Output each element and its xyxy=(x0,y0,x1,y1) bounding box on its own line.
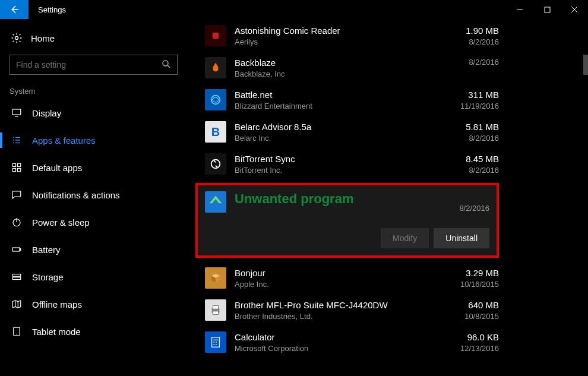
svg-rect-7 xyxy=(12,109,21,115)
sidebar-item-label: Power & sleep xyxy=(32,217,90,228)
app-row[interactable]: Battle.netBlizzard Entertainment311 MB11… xyxy=(205,84,499,116)
sidebar-item-default-apps[interactable]: Default apps xyxy=(0,154,187,181)
app-date: 12/13/2016 xyxy=(434,343,499,354)
app-date: 8/2/2016 xyxy=(434,37,499,48)
scrollbar-thumb[interactable] xyxy=(583,55,588,75)
app-icon: B xyxy=(205,121,226,143)
sidebar-item-label: Offline maps xyxy=(32,299,82,309)
tablet-icon xyxy=(11,326,23,337)
sidebar-item-battery[interactable]: Battery xyxy=(0,236,187,263)
app-name: Brother MFL-Pro Suite MFC-J4420DW xyxy=(235,299,434,311)
svg-rect-22 xyxy=(20,249,21,251)
search-icon xyxy=(161,59,172,72)
app-icon xyxy=(205,191,226,213)
app-publisher: Belarc Inc. xyxy=(235,133,434,144)
svg-rect-16 xyxy=(18,163,21,166)
app-publisher: Apple Inc. xyxy=(235,279,434,290)
sidebar-item-label: Notifications & actions xyxy=(32,190,120,200)
app-icon xyxy=(205,57,226,78)
sidebar: Home System Display Apps & features Defa… xyxy=(0,19,187,376)
app-icon xyxy=(205,299,226,321)
search-input[interactable] xyxy=(10,55,178,75)
arrow-left-icon xyxy=(9,4,20,15)
app-row[interactable]: BitTorrent SyncBitTorrent Inc.8.45 MB8/2… xyxy=(205,148,499,181)
app-row[interactable]: BonjourApple Inc.3.29 MB10/16/2015 xyxy=(205,263,499,295)
app-publisher: Microsoft Corporation xyxy=(235,343,434,354)
app-list: Astonishing Comic ReaderAerilys1.90 MB8/… xyxy=(187,19,582,359)
grid-icon xyxy=(11,162,23,173)
search-box[interactable] xyxy=(10,55,178,75)
app-name: Belarc Advisor 8.5a xyxy=(235,121,434,133)
back-button[interactable] xyxy=(0,0,29,19)
sidebar-item-storage[interactable]: Storage xyxy=(0,263,187,290)
svg-rect-29 xyxy=(213,33,219,39)
svg-rect-1 xyxy=(545,7,550,12)
sidebar-item-power-sleep[interactable]: Power & sleep xyxy=(0,208,187,236)
app-publisher: BitTorrent Inc. xyxy=(235,165,434,176)
uninstall-button[interactable]: Uninstall xyxy=(434,228,489,248)
app-row[interactable]: BackblazeBackblaze, Inc8/2/2016 xyxy=(205,52,499,84)
home-label: Home xyxy=(31,33,55,43)
storage-icon xyxy=(11,271,23,282)
sidebar-item-notifications[interactable]: Notifications & actions xyxy=(0,181,187,208)
app-publisher: Blizzard Entertainment xyxy=(235,101,434,112)
app-size: 96.0 KB xyxy=(434,331,499,343)
sidebar-item-tablet-mode[interactable]: Tablet mode xyxy=(0,318,187,345)
app-size: 8.45 MB xyxy=(434,153,499,165)
app-size: 5.81 MB xyxy=(434,121,499,133)
scrollbar-track[interactable] xyxy=(582,19,588,376)
selected-app-card[interactable]: Unwanted program 8/2/2016 Modify Uninsta… xyxy=(195,183,499,258)
titlebar: Settings xyxy=(0,0,588,19)
gear-icon xyxy=(11,32,23,44)
app-row[interactable]: Brother MFL-Pro Suite MFC-J4420DWBrother… xyxy=(205,295,499,327)
svg-point-31 xyxy=(211,160,220,169)
list-icon xyxy=(11,135,23,146)
sidebar-item-label: Battery xyxy=(32,245,61,255)
maximize-icon xyxy=(544,7,551,13)
selected-app-name: Unwanted program xyxy=(235,191,424,207)
app-date: 11/19/2016 xyxy=(434,101,499,112)
power-icon xyxy=(11,217,23,228)
sidebar-item-label: Storage xyxy=(32,272,64,282)
sidebar-group-label: System xyxy=(0,87,187,99)
sidebar-item-display[interactable]: Display xyxy=(0,99,187,127)
main-panel: Astonishing Comic ReaderAerilys1.90 MB8/… xyxy=(187,19,588,376)
app-icon xyxy=(205,331,226,353)
svg-point-4 xyxy=(15,37,18,40)
sidebar-item-offline-maps[interactable]: Offline maps xyxy=(0,290,187,318)
app-date: 8/2/2016 xyxy=(434,133,499,144)
app-date: 10/8/2015 xyxy=(434,311,499,322)
sidebar-item-apps-features[interactable]: Apps & features xyxy=(0,127,187,154)
svg-rect-34 xyxy=(213,311,218,315)
app-row[interactable]: CalculatorMicrosoft Corporation96.0 KB12… xyxy=(205,327,499,359)
app-row[interactable]: Astonishing Comic ReaderAerilys1.90 MB8/… xyxy=(205,20,499,52)
app-icon xyxy=(205,267,226,289)
svg-point-5 xyxy=(163,61,168,66)
app-size: 311 MB xyxy=(434,89,499,101)
svg-rect-33 xyxy=(213,306,218,309)
sidebar-item-label: Apps & features xyxy=(32,135,96,146)
svg-rect-24 xyxy=(12,277,21,280)
app-name: Battle.net xyxy=(235,89,434,101)
app-date: 10/16/2015 xyxy=(434,279,499,290)
active-indicator xyxy=(0,132,2,148)
app-name: Calculator xyxy=(235,331,434,343)
app-size: 640 MB xyxy=(434,299,499,311)
app-icon xyxy=(205,153,226,175)
app-publisher: Brother Industries, Ltd. xyxy=(235,311,434,322)
home-link[interactable]: Home xyxy=(0,30,187,55)
modify-button[interactable]: Modify xyxy=(381,228,429,248)
window-title: Settings xyxy=(29,0,66,19)
svg-line-6 xyxy=(167,65,170,68)
close-icon xyxy=(571,6,578,13)
app-size xyxy=(424,191,489,203)
minimize-button[interactable] xyxy=(506,0,533,19)
app-size: 3.29 MB xyxy=(434,267,499,279)
app-date: 8/2/2016 xyxy=(434,57,499,68)
sidebar-item-label: Tablet mode xyxy=(32,327,81,337)
maximize-button[interactable] xyxy=(533,0,561,19)
sidebar-item-label: Display xyxy=(32,108,61,118)
close-button[interactable] xyxy=(561,0,588,19)
svg-rect-17 xyxy=(12,169,15,172)
app-row[interactable]: BBelarc Advisor 8.5aBelarc Inc.5.81 MB8/… xyxy=(205,116,499,148)
